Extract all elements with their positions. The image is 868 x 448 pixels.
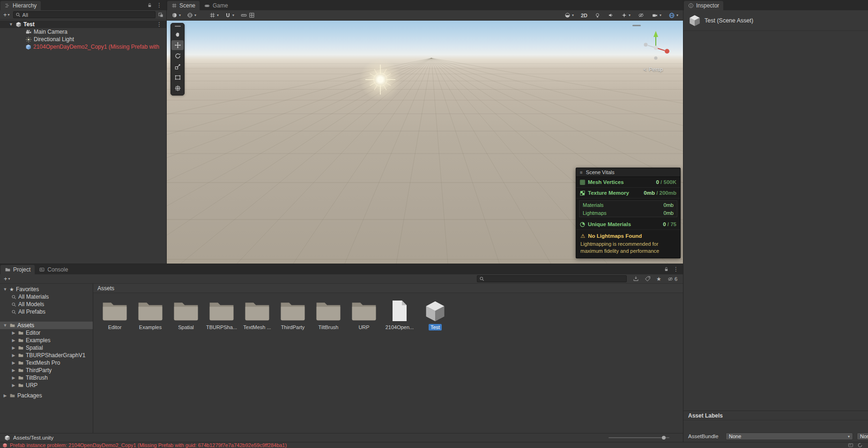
tree-folder-editor[interactable]: ▶Editor (0, 329, 93, 337)
assetbundle-variant-dropdown[interactable]: None (857, 433, 868, 440)
shading-mode-dropdown[interactable]: ▾ (186, 11, 197, 20)
hierarchy-item-directional-light[interactable]: Directional Light (0, 36, 166, 43)
tools-overlay-palette (171, 23, 185, 95)
assetbundle-dropdown[interactable]: None ▾ (726, 433, 853, 440)
folder-icon (18, 345, 24, 351)
hierarchy-toolbar: +▾ All (0, 10, 166, 20)
project-panel: Project Console ⋮ +▾ ★ 6 (0, 264, 683, 442)
move-tool-button[interactable] (171, 40, 184, 50)
lock-icon[interactable] (664, 266, 669, 272)
tree-assets-root[interactable]: ▼ Assets (0, 322, 93, 329)
tree-folder-examples[interactable]: ▶Examples (0, 337, 93, 344)
vitals-sub-block: Materials 0mb Lightmaps 0mb (579, 200, 677, 217)
scene-row-menu-icon[interactable]: ⋮ (156, 22, 166, 27)
tree-favorites[interactable]: ▼ ★ Favorites (0, 286, 93, 293)
scene-name: Test (23, 21, 35, 28)
tab-project[interactable]: Project (0, 265, 35, 274)
tree-packages-root[interactable]: ▶ Packages (0, 392, 93, 399)
project-search-input[interactable] (477, 275, 627, 282)
slider-thumb[interactable] (662, 436, 666, 440)
favorites-filter-icon[interactable]: ★ (656, 276, 661, 282)
grid-visibility-dropdown[interactable]: ▾ (208, 11, 220, 20)
scene-lighting-toggle[interactable] (594, 11, 601, 20)
scene-view-toolbar: ▾ ▾ ▾ ▾ ▾ (167, 10, 683, 21)
progress-spinner-icon[interactable] (857, 442, 863, 448)
asset-item-urp[interactable]: URP (346, 299, 382, 330)
panel-menu-icon[interactable]: ⋮ (673, 266, 679, 272)
hidden-packages-toggle[interactable]: 6 (667, 276, 677, 282)
tree-folder-urp[interactable]: ▶URP (0, 382, 93, 389)
lock-icon[interactable] (147, 2, 152, 8)
console-status-icon[interactable] (848, 442, 853, 448)
asset-item-2104open[interactable]: 2104Open... (382, 299, 417, 330)
unity-editor-window: Hierarchy ⋮ +▾ All ▼ Test ⋮ (0, 0, 868, 448)
scene-vitals-header[interactable]: ≡ Scene Vitals (576, 168, 680, 177)
status-error-text[interactable]: Prefab instance problem: 2104OpenDayDemo… (10, 442, 287, 448)
panel-menu-icon[interactable]: ⋮ (156, 2, 162, 8)
project-folder-tree: ▼ ★ Favorites All Materials All Models A… (0, 284, 93, 433)
scene-audio-toggle[interactable] (607, 11, 615, 20)
orientation-gizmo[interactable] (636, 26, 675, 66)
view-tool-button[interactable] (171, 29, 184, 39)
search-icon (11, 309, 16, 315)
tab-game[interactable]: Game (200, 1, 232, 10)
tree-folder-tburp[interactable]: ▶TBURPShaderGraphV1 (0, 352, 93, 359)
snap-settings-dropdown[interactable]: ▾ (224, 11, 235, 20)
collapse-triangle-icon[interactable]: ▼ (8, 22, 14, 27)
search-by-label-icon[interactable] (645, 276, 651, 282)
hierarchy-item-main-camera[interactable]: Main Camera (0, 28, 166, 36)
scene-tabbar: Scene Game (167, 0, 683, 10)
palette-drag-handle[interactable] (175, 26, 181, 27)
scene-visibility-toggle[interactable] (637, 11, 645, 20)
transform-icon (174, 85, 181, 92)
asset-item-textmesh[interactable]: TextMesh ... (239, 299, 275, 330)
tab-console[interactable]: Console (35, 265, 72, 274)
scene-effects-dropdown[interactable]: ▾ (620, 11, 631, 20)
2d-mode-toggle[interactable]: 2D (580, 11, 588, 20)
hierarchy-item-missing-prefab[interactable]: 2104OpenDayDemo2_Copy1 (Missing Prefab w… (0, 43, 166, 51)
tree-all-prefabs[interactable]: All Prefabs (0, 308, 93, 316)
tree-folder-tiltbrush[interactable]: ▶TiltBrush (0, 374, 93, 382)
picker-toggle-icon[interactable] (158, 12, 164, 18)
assetbundle-row: AssetBundle None ▾ None (683, 432, 868, 441)
hierarchy-search-input[interactable]: All (13, 11, 156, 18)
asset-item-tiltbrush[interactable]: TiltBrush (311, 299, 346, 330)
asset-item-tburp[interactable]: TBURPSha... (204, 299, 239, 330)
search-by-type-icon[interactable] (633, 276, 639, 282)
tool-settings-button[interactable] (239, 11, 256, 20)
tab-hierarchy[interactable]: Hierarchy (0, 1, 41, 10)
tree-all-materials[interactable]: All Materials (0, 293, 93, 301)
folder-icon (18, 360, 24, 366)
transform-tool-button[interactable] (171, 83, 184, 93)
persp-collapse-chevron[interactable]: < (644, 66, 646, 72)
rotate-tool-button[interactable] (171, 51, 184, 61)
scene-camera-dropdown[interactable]: ▾ (564, 11, 575, 20)
asset-item-thirdparty[interactable]: ThirdParty (275, 299, 311, 330)
thumbnail-size-slider[interactable] (608, 435, 669, 441)
tree-folder-thirdparty[interactable]: ▶ThirdParty (0, 367, 93, 374)
tab-inspector[interactable]: Inspector (684, 1, 723, 10)
scene-viewport[interactable]: < Persp ≡ Scene Vitals Mesh Vertices 0 /… (167, 21, 683, 264)
create-asset-button[interactable]: +▾ (3, 276, 11, 282)
tree-folder-spatial[interactable]: ▶Spatial (0, 344, 93, 352)
pie-icon (580, 222, 585, 227)
create-object-button[interactable]: +▾ (2, 12, 11, 18)
scale-tool-button[interactable] (171, 62, 184, 72)
asset-labels-section-header[interactable]: Asset Labels (683, 411, 868, 420)
breadcrumb-assets[interactable]: Assets (97, 285, 114, 292)
asset-item-editor[interactable]: Editor (97, 299, 133, 330)
asset-item-examples[interactable]: Examples (133, 299, 168, 330)
rect-tool-button[interactable] (171, 73, 184, 82)
asset-item-spatial[interactable]: Spatial (168, 299, 204, 330)
asset-item-test-scene[interactable]: Test (417, 299, 453, 330)
tree-all-models[interactable]: All Models (0, 301, 93, 308)
tab-scene[interactable]: Scene (167, 1, 200, 10)
projection-mode-label[interactable]: < Persp (644, 66, 663, 72)
editor-status-bar[interactable]: Prefab instance problem: 2104OpenDayDemo… (0, 442, 868, 448)
tree-folder-textmeshpro[interactable]: ▶TextMesh Pro (0, 359, 93, 367)
camera-overlay-dropdown[interactable]: ▾ (651, 11, 662, 20)
draw-mode-dropdown[interactable]: ▾ (171, 11, 182, 20)
hierarchy-scene-row[interactable]: ▼ Test ⋮ (0, 21, 166, 28)
eye-slash-icon (638, 12, 645, 18)
component-tools-dropdown[interactable]: ▾ (668, 11, 679, 20)
